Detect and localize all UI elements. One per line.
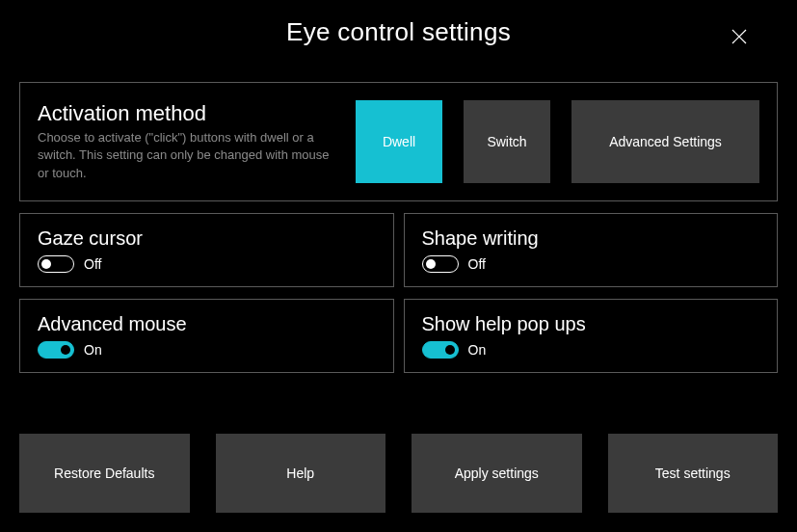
gaze-cursor-title: Gaze cursor (38, 227, 376, 250)
shape-writing-state: Off (468, 256, 486, 272)
activation-title: Activation method (38, 101, 338, 126)
show-help-toggle[interactable] (422, 341, 459, 359)
shape-writing-title: Shape writing (422, 227, 760, 250)
activation-method-card: Activation method Choose to activate ("c… (19, 82, 778, 201)
close-icon (731, 29, 747, 44)
show-help-state: On (468, 342, 487, 358)
apply-settings-button[interactable]: Apply settings (412, 434, 582, 513)
advanced-mouse-card[interactable]: Advanced mouse On (19, 299, 394, 373)
activation-description: Choose to activate ("click") buttons wit… (38, 129, 338, 182)
advanced-mouse-title: Advanced mouse (38, 313, 376, 335)
gaze-cursor-card[interactable]: Gaze cursor Off (19, 213, 394, 287)
page-title: Eye control settings (286, 17, 511, 47)
test-settings-button[interactable]: Test settings (608, 434, 779, 513)
help-button[interactable]: Help (216, 434, 386, 513)
restore-defaults-button[interactable]: Restore Defaults (19, 434, 190, 513)
close-button[interactable] (726, 23, 753, 50)
advanced-settings-button[interactable]: Advanced Settings (571, 100, 759, 183)
shape-writing-card[interactable]: Shape writing Off (404, 213, 779, 287)
switch-button[interactable]: Switch (464, 100, 550, 183)
dwell-button[interactable]: Dwell (356, 100, 442, 183)
gaze-cursor-toggle[interactable] (38, 255, 74, 273)
show-help-title: Show help pop ups (422, 313, 760, 335)
gaze-cursor-state: Off (84, 256, 101, 272)
advanced-mouse-toggle[interactable] (38, 341, 74, 359)
advanced-mouse-state: On (84, 342, 102, 358)
show-help-card[interactable]: Show help pop ups On (404, 299, 779, 373)
shape-writing-toggle[interactable] (422, 255, 459, 273)
